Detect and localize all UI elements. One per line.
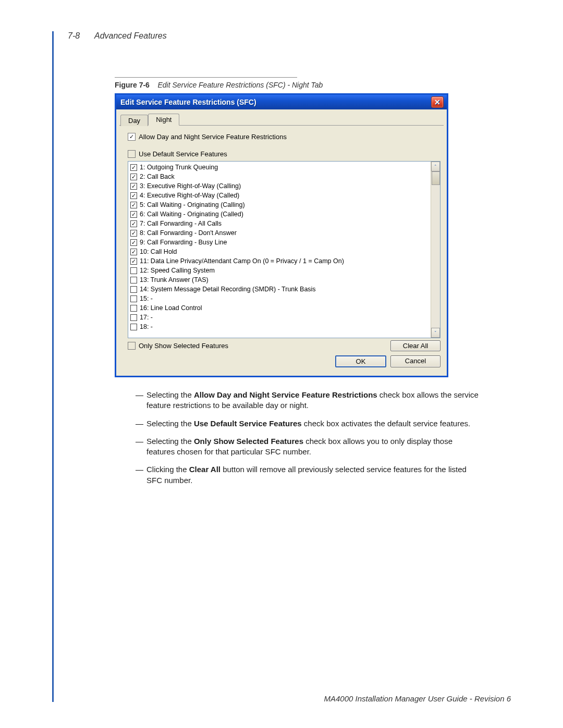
controls-area: ✓ Allow Day and Night Service Feature Re… — [119, 126, 444, 372]
feature-row[interactable]: 18: - — [130, 322, 429, 331]
figure-caption: Figure 7-6 Edit Service Feature Restrict… — [115, 81, 511, 89]
feature-row[interactable]: ✓2: Call Back — [130, 172, 429, 181]
clear-all-button[interactable]: Clear All — [390, 340, 440, 351]
tab-strip: Day Night — [119, 112, 444, 126]
feature-row[interactable]: ✓8: Call Forwarding - Don't Answer — [130, 228, 429, 238]
features-list-content: ✓1: Outgoing Trunk Queuing✓2: Call Back✓… — [128, 162, 431, 338]
scroll-down-button[interactable]: ˅ — [431, 328, 440, 338]
feature-row[interactable]: 15: - — [130, 294, 429, 303]
titlebar[interactable]: Edit Service Feature Restrictions (SFC) … — [116, 95, 447, 109]
only-selected-label: Only Show Selected Features — [139, 342, 228, 350]
feature-label: 12: Speed Calling System — [140, 267, 215, 274]
feature-row[interactable]: 17: - — [130, 313, 429, 322]
feature-row[interactable]: 14: System Message Detail Recording (SMD… — [130, 285, 429, 294]
allow-restrictions-label: Allow Day and Night Service Feature Rest… — [139, 133, 287, 141]
feature-row[interactable]: ✓7: Call Forwarding - All Calls — [130, 219, 429, 228]
feature-checkbox[interactable]: ✓ — [130, 192, 137, 199]
feature-row[interactable]: ✓1: Outgoing Trunk Queuing — [130, 163, 429, 172]
use-default-checkbox[interactable] — [128, 150, 136, 158]
caption-rule — [115, 77, 297, 78]
feature-row[interactable]: ✓5: Call Waiting - Originating (Calling) — [130, 200, 429, 209]
feature-label: 5: Call Waiting - Originating (Calling) — [140, 201, 245, 208]
feature-checkbox[interactable] — [130, 267, 137, 274]
scrollbar[interactable]: ˄ ˅ — [431, 162, 440, 338]
feature-label: 3: Executive Right-of-Way (Calling) — [140, 182, 241, 190]
check-icon: ✓ — [129, 134, 134, 140]
figure-label: Figure 7-6 — [115, 81, 150, 89]
bullet-4: — Clicking the Clear All button will rem… — [136, 464, 480, 486]
feature-label: 2: Call Back — [140, 173, 175, 180]
listbox-footer-row: Only Show Selected Features Clear All — [128, 340, 440, 351]
feature-label: 6: Call Waiting - Originating (Called) — [140, 211, 243, 218]
feature-row[interactable]: ✓6: Call Waiting - Originating (Called) — [130, 209, 429, 219]
feature-checkbox[interactable] — [130, 286, 137, 293]
explanation-block: — Selecting the Allow Day and Night Serv… — [136, 390, 480, 486]
feature-row[interactable]: 16: Line Load Control — [130, 303, 429, 313]
feature-row[interactable]: 13: Trunk Answer (TAS) — [130, 275, 429, 285]
feature-checkbox[interactable]: ✓ — [130, 220, 137, 227]
scroll-up-button[interactable]: ˄ — [431, 162, 440, 171]
use-default-label: Use Default Service Features — [139, 150, 227, 158]
close-button[interactable]: ✕ — [431, 96, 444, 108]
feature-row[interactable]: ✓10: Call Hold — [130, 247, 429, 256]
feature-checkbox[interactable]: ✓ — [130, 164, 137, 171]
feature-checkbox[interactable]: ✓ — [130, 249, 137, 255]
feature-checkbox[interactable]: ✓ — [130, 258, 137, 265]
features-listbox[interactable]: ✓1: Outgoing Trunk Queuing✓2: Call Back✓… — [128, 161, 440, 338]
left-margin-rule — [52, 31, 54, 702]
cancel-button[interactable]: Cancel — [390, 355, 440, 367]
sfc-dialog: Edit Service Feature Restrictions (SFC) … — [115, 93, 448, 377]
feature-label: 10: Call Hold — [140, 248, 177, 255]
bullet-1: — Selecting the Allow Day and Night Serv… — [136, 390, 480, 411]
only-selected-checkbox[interactable] — [128, 342, 136, 350]
feature-checkbox[interactable]: ✓ — [130, 230, 137, 237]
feature-checkbox[interactable]: ✓ — [130, 239, 137, 246]
section-title: Advanced Features — [94, 31, 167, 40]
dialog-title: Edit Service Feature Restrictions (SFC) — [120, 98, 256, 106]
feature-label: 18: - — [140, 323, 153, 330]
feature-checkbox[interactable] — [130, 314, 137, 321]
feature-checkbox[interactable]: ✓ — [130, 202, 137, 208]
feature-label: 16: Line Load Control — [140, 304, 202, 312]
ok-button[interactable]: OK — [335, 355, 386, 367]
chevron-up-icon: ˄ — [434, 164, 437, 169]
feature-row[interactable]: ✓4: Executive Right-of-Way (Called) — [130, 191, 429, 200]
feature-checkbox[interactable] — [130, 277, 137, 283]
allow-restrictions-row[interactable]: ✓ Allow Day and Night Service Feature Re… — [128, 133, 440, 141]
feature-label: 15: - — [140, 295, 153, 302]
page-number: 7-8 — [68, 31, 80, 40]
document-page: 7-8 Advanced Features Figure 7-6 Edit Se… — [0, 0, 563, 728]
feature-checkbox[interactable] — [130, 324, 137, 330]
feature-label: 4: Executive Right-of-Way (Called) — [140, 192, 239, 199]
bullet-2: — Selecting the Use Default Service Feat… — [136, 418, 480, 429]
feature-label: 17: - — [140, 314, 153, 321]
feature-label: 1: Outgoing Trunk Queuing — [140, 164, 218, 171]
dialog-okcancel: OK Cancel — [128, 355, 440, 367]
feature-label: 14: System Message Detail Recording (SMD… — [140, 286, 316, 293]
tab-day[interactable]: Day — [120, 115, 148, 126]
feature-label: 13: Trunk Answer (TAS) — [140, 276, 209, 283]
only-selected-row[interactable]: Only Show Selected Features — [128, 342, 228, 350]
tab-night[interactable]: Night — [148, 114, 179, 126]
feature-checkbox[interactable]: ✓ — [130, 211, 137, 218]
feature-label: 8: Call Forwarding - Don't Answer — [140, 229, 237, 237]
feature-row[interactable]: ✓9: Call Forwarding - Busy Line — [130, 238, 429, 247]
dash-icon: — — [136, 436, 146, 447]
feature-row[interactable]: ✓3: Executive Right-of-Way (Calling) — [130, 181, 429, 191]
feature-checkbox[interactable] — [130, 295, 137, 302]
feature-checkbox[interactable] — [130, 305, 137, 312]
dialog-body: Day Night ✓ Allow Day and Night Service … — [116, 109, 447, 376]
feature-label: 7: Call Forwarding - All Calls — [140, 220, 222, 227]
page-header: 7-8 Advanced Features — [68, 31, 511, 41]
feature-row[interactable]: 12: Speed Calling System — [130, 266, 429, 275]
scroll-thumb[interactable] — [432, 171, 440, 185]
use-default-row[interactable]: Use Default Service Features — [128, 150, 440, 158]
chevron-down-icon: ˅ — [434, 330, 437, 336]
feature-row[interactable]: ✓11: Data Line Privacy/Attendant Camp On… — [130, 256, 429, 266]
allow-restrictions-checkbox[interactable]: ✓ — [128, 133, 136, 141]
feature-checkbox[interactable]: ✓ — [130, 174, 137, 180]
figure-title: Edit Service Feature Restrictions (SFC) … — [157, 81, 323, 89]
feature-checkbox[interactable]: ✓ — [130, 183, 137, 190]
scroll-track[interactable] — [431, 185, 440, 328]
dash-icon: — — [136, 464, 146, 475]
